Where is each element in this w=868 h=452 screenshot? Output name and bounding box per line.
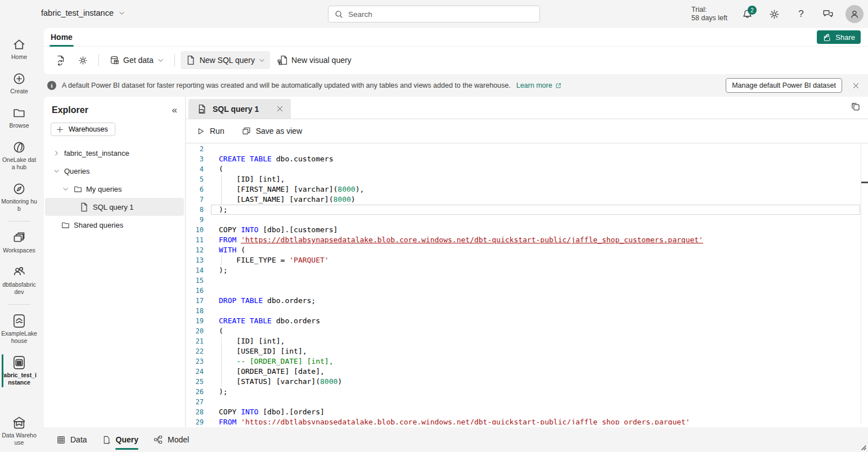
nav-fabric-test-instance[interactable]: fabric_test_instance bbox=[0, 352, 38, 390]
settings-button[interactable] bbox=[764, 4, 784, 24]
ribbon-tabs-row: Home Share bbox=[44, 28, 868, 47]
sql-code-editor[interactable]: 23CREATE TABLE dbo.customers4(5 [ID] [in… bbox=[186, 144, 868, 424]
code-text: ); bbox=[219, 265, 228, 275]
close-tab-button[interactable] bbox=[274, 103, 285, 115]
learn-more-link[interactable]: Learn more bbox=[516, 82, 562, 89]
line-number: 28 bbox=[186, 407, 204, 417]
code-line-21[interactable]: 21 [ID] [int], bbox=[186, 336, 868, 346]
code-line-23[interactable]: 23 -- [ORDER_DATE] [int], bbox=[186, 356, 868, 367]
code-line-6[interactable]: 6 [FIRST_NAME] [varchar](8000), bbox=[186, 184, 868, 195]
share-icon bbox=[822, 33, 832, 42]
new-visual-query-button[interactable]: New visual query bbox=[272, 51, 356, 69]
code-line-14[interactable]: 14); bbox=[186, 265, 868, 275]
code-line-17[interactable]: 17DROP TABLE dbo.orders; bbox=[186, 296, 868, 306]
home-icon bbox=[12, 37, 26, 52]
line-number: 17 bbox=[186, 296, 204, 306]
resize-grip-icon[interactable] bbox=[860, 444, 867, 451]
global-search[interactable] bbox=[328, 6, 540, 22]
chevron-right-icon bbox=[52, 150, 61, 157]
nav-divider bbox=[8, 304, 30, 305]
new-warehouse-button[interactable]: Warehouses bbox=[51, 123, 115, 136]
notifications-button[interactable]: 2 bbox=[737, 4, 757, 24]
account-avatar[interactable] bbox=[845, 5, 863, 23]
nav-browse[interactable]: Browse bbox=[0, 102, 38, 133]
sql-file-purple-icon: SQL bbox=[185, 55, 196, 66]
question-icon: ? bbox=[798, 8, 803, 20]
query-tab[interactable]: SQL SQL query 1 bbox=[188, 99, 291, 119]
search-input[interactable] bbox=[348, 10, 534, 19]
code-line-15[interactable]: 15 bbox=[186, 275, 868, 286]
workspace-switcher[interactable]: fabric_test_instance bbox=[41, 8, 125, 17]
query-doc-icon bbox=[102, 435, 111, 445]
nav-data-warehouse[interactable]: Data Warehouse bbox=[0, 412, 38, 450]
scrollbar-marker[interactable] bbox=[861, 182, 868, 183]
code-line-19[interactable]: 19CREATE TABLE dbo.orders bbox=[186, 316, 868, 326]
trial-status: Trial: 58 days left bbox=[691, 6, 727, 22]
run-button[interactable]: Run bbox=[196, 126, 224, 136]
nav-create[interactable]: Create bbox=[0, 68, 38, 98]
code-line-10[interactable]: 10COPY INTO [dbo].[customers] bbox=[186, 225, 868, 235]
app-launcher-icon[interactable] bbox=[11, 7, 26, 21]
code-text: FROM 'https://dbtlabsynapsedatalake.blob… bbox=[219, 417, 690, 424]
code-line-7[interactable]: 7 [LAST_NAME] [varchar](8000) bbox=[186, 195, 868, 205]
code-line-20[interactable]: 20( bbox=[186, 326, 868, 336]
toolbar-divider bbox=[98, 54, 99, 66]
code-line-11[interactable]: 11FROM 'https://dbtlabsynapsedatalake.bl… bbox=[186, 235, 868, 245]
code-line-13[interactable]: 13 FILE_TYPE = 'PARQUET' bbox=[186, 255, 868, 265]
nav-onelake-data-hub[interactable]: OneLake data hub bbox=[0, 137, 38, 174]
copy-pages-icon[interactable] bbox=[851, 102, 861, 112]
code-line-29[interactable]: 29FROM 'https://dbtlabsynapsedatalake.bl… bbox=[186, 417, 868, 424]
code-line-24[interactable]: 24 [ORDER_DATE] [date], bbox=[186, 367, 868, 377]
banner-close-button[interactable] bbox=[848, 78, 863, 93]
code-line-18[interactable]: 18 bbox=[186, 306, 868, 316]
nav-monitoring-hub[interactable]: Monitoring hub bbox=[0, 178, 38, 216]
code-line-5[interactable]: 5 [ID] [int], bbox=[186, 174, 868, 184]
nav-dbtlabsfabricdev[interactable]: dbtlabsfabricdev bbox=[0, 261, 38, 299]
tree-item-queries[interactable]: Queries bbox=[45, 162, 184, 180]
tree-item-shared-queries[interactable]: Shared queries bbox=[45, 216, 184, 234]
code-line-4[interactable]: 4( bbox=[186, 164, 868, 174]
code-line-22[interactable]: 22 [USER_ID] [int], bbox=[186, 346, 868, 356]
tab-home[interactable]: Home bbox=[48, 28, 75, 47]
refresh-dataset-button[interactable] bbox=[51, 51, 71, 69]
code-line-12[interactable]: 12WITH ( bbox=[186, 245, 868, 255]
get-data-button[interactable]: Get data bbox=[105, 51, 169, 69]
help-button[interactable]: ? bbox=[791, 4, 811, 24]
save-view-icon bbox=[241, 126, 251, 136]
nav-home[interactable]: Home bbox=[0, 34, 38, 64]
code-text: ( bbox=[219, 326, 223, 336]
nav-label: Browse bbox=[9, 122, 29, 129]
new-sql-query-button[interactable]: SQL New SQL query bbox=[181, 51, 270, 69]
code-line-27[interactable]: 27 bbox=[186, 397, 868, 407]
code-line-26[interactable]: 26); bbox=[186, 387, 868, 397]
code-line-3[interactable]: 3CREATE TABLE dbo.customers bbox=[186, 154, 868, 164]
code-line-16[interactable]: 16 bbox=[186, 286, 868, 296]
warehouse-settings-button[interactable] bbox=[73, 51, 93, 69]
code-line-8[interactable]: 8); bbox=[186, 205, 868, 215]
feedback-button[interactable] bbox=[818, 4, 838, 24]
nav-label: Data Warehouse bbox=[1, 432, 37, 446]
tree-item-sql-query-1[interactable]: SQLSQL query 1 bbox=[45, 198, 184, 216]
code-line-2[interactable]: 2 bbox=[186, 144, 868, 154]
banner-message: A default Power BI dataset for faster re… bbox=[62, 82, 511, 89]
view-tab-query[interactable]: Query bbox=[102, 427, 138, 452]
nav-workspaces[interactable]: Workspaces bbox=[0, 227, 38, 257]
tree-item-my-queries[interactable]: My queries bbox=[45, 180, 184, 198]
view-tab-data[interactable]: Data bbox=[56, 427, 87, 452]
line-number: 14 bbox=[186, 265, 204, 275]
code-line-25[interactable]: 25 [STATUS] [varchar](8000) bbox=[186, 377, 868, 387]
nav-examplelakehouse[interactable]: ExampleLakehouse bbox=[0, 310, 38, 348]
code-text: COPY INTO [dbo].[customers] bbox=[219, 225, 338, 235]
feedback-icon bbox=[822, 8, 834, 20]
tree-item-fabric-test-instance[interactable]: fabric_test_instance bbox=[45, 144, 184, 162]
code-text: -- [ORDER_DATE] [int], bbox=[219, 356, 334, 367]
collapse-panel-icon[interactable]: « bbox=[172, 105, 177, 116]
view-tab-model[interactable]: Model bbox=[153, 427, 189, 452]
share-button[interactable]: Share bbox=[817, 30, 861, 44]
code-line-9[interactable]: 9 bbox=[186, 215, 868, 225]
model-icon bbox=[153, 435, 163, 445]
save-as-view-button[interactable]: Save as view bbox=[241, 126, 302, 136]
code-line-28[interactable]: 28COPY INTO [dbo].[orders] bbox=[186, 407, 868, 417]
editor-scrollbar[interactable] bbox=[861, 144, 868, 424]
manage-dataset-button[interactable]: Manage default Power BI dataset bbox=[726, 78, 842, 93]
